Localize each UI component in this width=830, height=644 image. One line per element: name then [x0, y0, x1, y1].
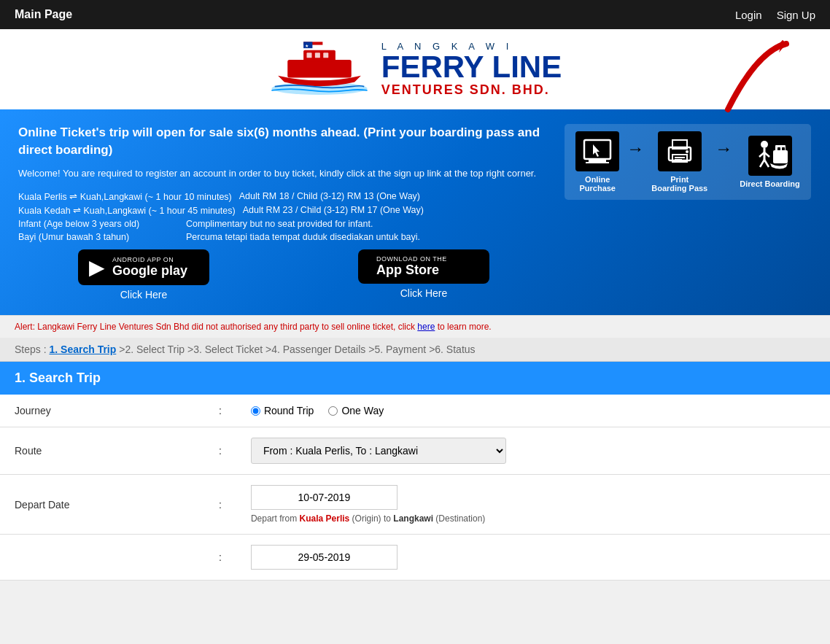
step-label-2: PrintBoarding Pass: [651, 175, 707, 193]
round-trip-label: Round Trip: [264, 405, 314, 416]
app-store-sub: Download on the: [376, 255, 447, 263]
one-way-label: One Way: [341, 405, 384, 416]
search-form-table: Journey : Round Trip One Way Route :: [0, 395, 830, 581]
depart-date-row: Depart Date : Depart from Kuala Perlis (…: [0, 475, 830, 535]
pricing-label-3: Infant (Age below 3 years old): [18, 219, 179, 229]
step-online-purchase: OnlinePurchase: [575, 131, 619, 193]
step-label-1: OnlinePurchase: [579, 175, 616, 193]
header: ★ L A N G K A W I FERRY LINE VENTURES SD…: [0, 29, 830, 109]
pricing-row-3: Infant (Age below 3 years old) Complimen…: [18, 219, 549, 229]
route-select[interactable]: From : Kuala Perlis, To : Langkawi From …: [251, 438, 506, 464]
banner-headline: Online Ticket's trip will open for sale …: [18, 124, 549, 159]
route-sep: :: [204, 427, 236, 475]
return-date-sep: :: [204, 535, 236, 581]
steps-icons: OnlinePurchase → PrintBoarding Pass →: [565, 124, 811, 200]
arrow-icon-2: →: [715, 139, 732, 159]
banner-right: OnlinePurchase → PrintBoarding Pass →: [564, 124, 812, 207]
logo-area: ★ L A N G K A W I FERRY LINE VENTURES SD…: [268, 40, 562, 98]
logo-text: L A N G K A W I FERRY LINE VENTURES SDN.…: [381, 41, 562, 98]
journey-row: Journey : Round Trip One Way: [0, 395, 830, 427]
return-date-input[interactable]: [251, 545, 397, 570]
step-print-pass: PrintBoarding Pass: [651, 131, 707, 193]
app-store-main: App Store: [376, 263, 447, 278]
svg-point-21: [761, 141, 768, 148]
app-buttons: ▶ ANDROID APP ON Google play Click Here …: [18, 249, 549, 300]
svg-rect-5: [323, 53, 328, 58]
depart-date-label: Depart Date: [0, 475, 204, 535]
pricing-value-2: Adult RM 23 / Child (3-12) RM 17 (One Wa…: [243, 205, 424, 216]
return-date-label: [0, 535, 204, 581]
pricing-value-4: Percuma tetapi tiada tempat duduk disedi…: [186, 232, 420, 242]
nav-links: Login Sign Up: [735, 9, 815, 21]
pricing-label-1: Kuala Perlis ⇌ Kuah,Langkawi (~ 1 hour 1…: [18, 191, 232, 202]
svg-text:★: ★: [305, 43, 309, 48]
step-label-3: Direct Boarding: [740, 179, 800, 188]
google-play-button[interactable]: ▶ ANDROID APP ON Google play: [78, 249, 209, 285]
google-play-icon: ▶: [89, 255, 105, 279]
banner-subtitle: Welcome! You are required to register an…: [18, 166, 549, 181]
top-navigation: Main Page Login Sign Up: [0, 0, 830, 29]
route-input-col: From : Kuala Perlis, To : Langkawi From …: [236, 427, 830, 475]
step-direct-boarding: Direct Boarding: [740, 136, 800, 188]
one-way-radio[interactable]: [328, 406, 338, 416]
depart-hint: Depart from Kuala Perlis (Origin) to Lan…: [251, 513, 815, 524]
arrow-annotation: [713, 36, 801, 124]
blue-banner: Online Ticket's trip will open for sale …: [0, 109, 830, 315]
google-play-main: Google play: [112, 263, 187, 279]
breadcrumb-step2-text: >2. Select Trip: [119, 344, 187, 355]
round-trip-option[interactable]: Round Trip: [251, 405, 314, 416]
breadcrumb-step6-text: >6. Status: [429, 344, 475, 355]
route-row: Route : From : Kuala Perlis, To : Langka…: [0, 427, 830, 475]
svg-rect-18: [675, 157, 685, 158]
svg-marker-14: [593, 144, 600, 157]
depart-to: Langkawi: [393, 513, 433, 524]
google-play-group: ▶ ANDROID APP ON Google play Click Here: [78, 249, 209, 300]
pricing-row-1: Kuala Perlis ⇌ Kuah,Langkawi (~ 1 hour 1…: [18, 191, 549, 202]
svg-rect-3: [306, 53, 311, 58]
round-trip-radio[interactable]: [251, 406, 260, 416]
search-trip-title: 1. Search Trip: [15, 371, 101, 385]
journey-sep: :: [204, 395, 236, 427]
pricing-value-3: Complimentary but no seat provided for i…: [186, 219, 373, 229]
banner-left: Online Ticket's trip will open for sale …: [18, 124, 549, 300]
depart-date-input-col: Depart from Kuala Perlis (Origin) to Lan…: [236, 475, 830, 535]
return-date-input-col: [236, 535, 830, 581]
form-section: Journey : Round Trip One Way Route :: [0, 395, 830, 581]
depart-from: Kuala Perlis: [300, 513, 350, 524]
arrow-icon-1: →: [627, 139, 644, 159]
return-date-row: :: [0, 535, 830, 581]
google-play-click-here[interactable]: Click Here: [120, 289, 168, 300]
svg-rect-13: [586, 162, 609, 163]
journey-label: Journey: [0, 395, 204, 427]
steps-label: Steps :: [15, 344, 47, 355]
alert-text: Alert: Langkawi Ferry Line Ventures Sdn …: [15, 322, 417, 332]
svg-line-26: [764, 160, 769, 167]
svg-line-25: [760, 160, 764, 167]
logo-ship: ★: [268, 40, 371, 98]
journey-input-col: Round Trip One Way: [236, 395, 830, 427]
app-store-click-here[interactable]: Click Here: [400, 287, 448, 299]
logo-ventures: VENTURES SDN. BHD.: [381, 82, 562, 98]
signup-link[interactable]: Sign Up: [777, 9, 815, 21]
breadcrumb-step5-text: >5. Payment: [368, 344, 429, 355]
login-link[interactable]: Login: [735, 9, 762, 21]
route-label: Route: [0, 427, 204, 475]
svg-rect-19: [675, 159, 682, 160]
one-way-option[interactable]: One Way: [328, 405, 384, 416]
alert-text-after: to learn more.: [435, 322, 491, 332]
pricing-label-4: Bayi (Umur bawah 3 tahun): [18, 232, 179, 242]
steps-breadcrumb: Steps : 1. Search Trip >2. Select Trip >…: [0, 338, 830, 362]
breadcrumb-step1[interactable]: 1. Search Trip: [49, 344, 116, 355]
alert-link[interactable]: here: [417, 322, 435, 332]
svg-rect-12: [589, 159, 606, 162]
breadcrumb-step4-text: >4. Passenger Details: [265, 344, 368, 355]
boarding-icon: [748, 136, 792, 176]
depart-date-input[interactable]: [251, 485, 397, 510]
print-icon: [658, 131, 702, 171]
depart-date-sep: :: [204, 475, 236, 535]
svg-point-20: [686, 150, 689, 153]
main-page-link[interactable]: Main Page: [15, 8, 72, 21]
pricing-row-4: Bayi (Umur bawah 3 tahun) Percuma tetapi…: [18, 232, 549, 242]
app-store-button[interactable]: Download on the App Store: [358, 249, 489, 284]
app-store-group: Download on the App Store Click Here: [358, 249, 489, 300]
